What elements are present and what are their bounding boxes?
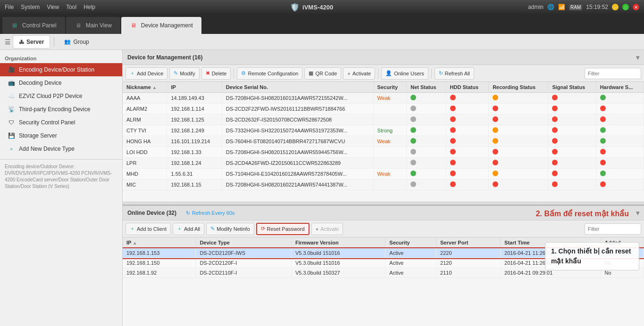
mgmt-table-container: Nickname ▲ IP Device Serial No. Security… bbox=[123, 82, 644, 202]
sidebar-item-third-party-label: Third-party Encoding Device bbox=[19, 106, 90, 113]
col-online-ip[interactable]: IP ▲ bbox=[123, 237, 196, 248]
cell-serial: DS-7208HGHI-SH0820160131AAWR572155242W..… bbox=[222, 93, 373, 104]
menu-file[interactable]: File bbox=[5, 4, 14, 10]
close-button[interactable]: ✕ bbox=[633, 4, 639, 10]
col-ip[interactable]: IP bbox=[167, 82, 222, 93]
sidebar-item-encoding-device[interactable]: 🎥 Encoding Device/Door Station bbox=[0, 63, 122, 76]
tab-main-view[interactable]: 🖥 Main View bbox=[66, 17, 120, 34]
group-tab[interactable]: 👥 Group bbox=[58, 35, 95, 49]
sidebar-item-third-party[interactable]: 📡 Third-party Encoding Device bbox=[0, 103, 122, 116]
online-panel-collapse[interactable]: ▾ bbox=[636, 209, 639, 217]
col-hdd[interactable]: HDD Status bbox=[446, 82, 489, 93]
qr-code-button[interactable]: ▦ QR Code bbox=[304, 67, 341, 80]
cell-sig bbox=[548, 179, 596, 190]
sidebar-item-ezviz[interactable]: ☁️ EZVIZ Cloud P2P Device bbox=[0, 90, 122, 103]
online-users-icon: 👤 bbox=[385, 70, 392, 76]
menu-tool[interactable]: Tool bbox=[66, 4, 76, 10]
cell-hdd bbox=[446, 169, 489, 179]
table-row[interactable]: MIC 192.168.1.15 DS-7208HGHI-SH082016022… bbox=[123, 179, 644, 190]
sidebar-item-security-control[interactable]: 🛡 Security Control Panel bbox=[0, 116, 122, 129]
col-firmware[interactable]: Firmware Version bbox=[291, 237, 385, 248]
table-row[interactable]: LPR 192.168.1.24 DS-2CD4A26FWD-IZ2015061… bbox=[123, 158, 644, 169]
minimize-button[interactable]: — bbox=[612, 4, 619, 10]
cell-net bbox=[407, 125, 446, 136]
col-rec[interactable]: Recording Status bbox=[489, 82, 548, 93]
tab-device-management-label: Device Management bbox=[141, 22, 193, 29]
table-row[interactable]: ALRM 192.168.1.125 DS-2CD2632F-IS2015070… bbox=[123, 114, 644, 125]
cell-net bbox=[407, 104, 446, 114]
col-serial[interactable]: Device Serial No. bbox=[222, 82, 373, 93]
table-row[interactable]: MHD 1.55.6.31 DS-7104HGHI-E10420160128AA… bbox=[123, 169, 644, 179]
online-users-button[interactable]: 👤 Online Users bbox=[381, 67, 428, 80]
add-to-client-button[interactable]: ＋ Add to Client bbox=[125, 223, 171, 235]
col-sig[interactable]: Signal Status bbox=[548, 82, 596, 93]
security-control-icon: 🛡 bbox=[8, 119, 15, 126]
cell-hw bbox=[596, 114, 644, 125]
refresh-all-button[interactable]: ↻ Refresh All bbox=[435, 67, 474, 80]
modify-netinfo-button[interactable]: ✎ Modify Netinfo bbox=[206, 223, 254, 235]
activate-icon-online: ● bbox=[316, 226, 319, 232]
cell-ip: 14.189.149.43 bbox=[167, 93, 222, 104]
cell-hdd bbox=[446, 147, 489, 158]
cell-serial: DS-2CD2632F-IS20150708CCWR528672508 bbox=[222, 114, 373, 125]
delete-button[interactable]: ✖ Delete bbox=[201, 67, 231, 80]
cell-rec bbox=[489, 147, 548, 158]
table-row[interactable]: HONG HA 116.101.119.214 DS-7604HI-ST0820… bbox=[123, 136, 644, 147]
cell-nickname: LOI HDD bbox=[123, 147, 167, 158]
modify-button[interactable]: ✎ Modify bbox=[169, 67, 199, 80]
cell-net bbox=[407, 147, 446, 158]
sidebar-item-decoding-device[interactable]: 📺 Decoding Device bbox=[0, 76, 122, 90]
sidebar-item-storage-server[interactable]: 💾 Storage Server bbox=[0, 129, 122, 142]
table-row[interactable]: LOI HDD 192.168.1.33 DS-7208HGHI-SH08201… bbox=[123, 147, 644, 158]
cell-serial: DS-2CD4A26FWD-IZ20150611CCWR522863289 bbox=[222, 158, 373, 169]
tab-device-management[interactable]: 🖥 Device Management bbox=[121, 17, 201, 34]
refresh-all-icon: ↻ bbox=[439, 70, 443, 76]
mgmt-filter-input[interactable] bbox=[585, 68, 641, 79]
col-net[interactable]: Net Status bbox=[407, 82, 446, 93]
sidebar-item-add-new[interactable]: ＋ Add New Device Type bbox=[0, 142, 122, 155]
tab-control-panel[interactable]: ⊞ Control Panel bbox=[2, 17, 65, 34]
cell-hdd bbox=[446, 158, 489, 169]
col-security[interactable]: Security bbox=[373, 82, 407, 93]
cell-serial: DS-7208HGHI-SH0820151201AAWR559445756W..… bbox=[222, 147, 373, 158]
modify-icon: ✎ bbox=[174, 70, 178, 76]
refresh-every-btn[interactable]: ↻ Refresh Every 60s bbox=[186, 210, 234, 216]
server-group-bar: ☰ 🖧 Server 👥 Group bbox=[0, 34, 644, 50]
reset-password-button[interactable]: ⟳ Reset Password bbox=[256, 223, 309, 235]
menu-view[interactable]: View bbox=[47, 4, 59, 10]
activate-button-mgmt[interactable]: ● Activate bbox=[343, 67, 375, 80]
scrollbar-horizontal[interactable] bbox=[123, 202, 644, 204]
col-nickname[interactable]: Nickname ▲ bbox=[123, 82, 167, 93]
col-online-security[interactable]: Security bbox=[385, 237, 436, 248]
table-row[interactable]: CTY TVI 192.168.1.249 DS-7332HGHI-SH3220… bbox=[123, 125, 644, 136]
online-panel-title: Online Device (32) bbox=[127, 210, 176, 216]
col-server-port[interactable]: Server Port bbox=[436, 237, 501, 248]
mgmt-table-body: AAAA 14.189.149.43 DS-7208HGHI-SH0820160… bbox=[123, 93, 644, 190]
mgmt-table-header: Nickname ▲ IP Device Serial No. Security… bbox=[123, 82, 644, 93]
cell-server-port: 2110 bbox=[436, 268, 501, 278]
table-row[interactable]: AAAA 14.189.149.43 DS-7208HGHI-SH0820160… bbox=[123, 93, 644, 104]
cell-nickname: ALRM bbox=[123, 114, 167, 125]
cell-online-security: Active bbox=[385, 268, 436, 278]
online-toolbar: ＋ Add to Client ＋ Add All ✎ Modify Netin… bbox=[123, 220, 644, 237]
remote-config-button[interactable]: ⚙ Remote Configuration bbox=[237, 67, 302, 80]
cell-sig bbox=[548, 158, 596, 169]
col-hw[interactable]: Hardware S... bbox=[596, 82, 644, 93]
server-tab[interactable]: 🖧 Server bbox=[13, 35, 50, 49]
menu-bar[interactable]: File System View Tool Help bbox=[5, 4, 95, 10]
cell-security: Weak bbox=[373, 93, 407, 104]
table-row[interactable]: ALARM2 192.168.1.114 DS-2CD2F22FWD-IWS20… bbox=[123, 104, 644, 114]
mgmt-panel-collapse[interactable]: ▾ bbox=[636, 54, 639, 61]
cell-nickname: MIC bbox=[123, 179, 167, 190]
maximize-button[interactable]: □ bbox=[622, 4, 629, 10]
col-device-type[interactable]: Device Type bbox=[196, 237, 292, 248]
menu-system[interactable]: System bbox=[21, 4, 40, 10]
activate-button-online[interactable]: ● Activate bbox=[311, 223, 343, 235]
tab-main-view-label: Main View bbox=[86, 22, 112, 29]
add-device-button[interactable]: ＋ Add Device bbox=[125, 67, 167, 80]
online-filter-input[interactable] bbox=[585, 223, 641, 235]
cell-device-type: DS-2CD2110F-I bbox=[196, 268, 292, 278]
menu-help[interactable]: Help bbox=[84, 4, 95, 10]
cell-rec bbox=[489, 114, 548, 125]
add-all-button[interactable]: ＋ Add All bbox=[173, 223, 204, 235]
